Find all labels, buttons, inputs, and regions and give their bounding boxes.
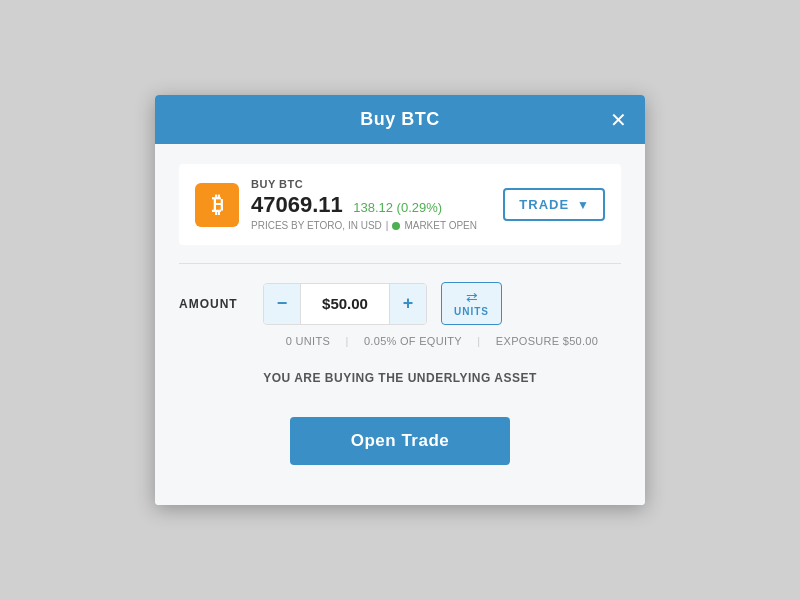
asset-source: PRICES BY ETORO, IN USD [251, 220, 382, 231]
asset-meta: PRICES BY ETORO, IN USD | MARKET OPEN [251, 220, 477, 231]
separator: | [386, 220, 389, 231]
equity-percent: 0.05% OF EQUITY [364, 335, 462, 347]
btc-icon: ₿ [195, 183, 239, 227]
amount-control: − $50.00 + [263, 283, 427, 325]
meta-sep-2: | [477, 335, 484, 347]
units-label: UNITS [454, 306, 489, 317]
modal-title: Buy BTC [360, 109, 440, 130]
swap-icon: ⇄ [466, 290, 478, 304]
modal-header: Buy BTC ✕ [155, 95, 645, 144]
asset-change: 138.12 (0.29%) [353, 200, 442, 215]
trade-dropdown-label: TRADE [519, 197, 569, 212]
asset-label: BUY BTC [251, 178, 477, 190]
asset-details: BUY BTC 47069.11 138.12 (0.29%) PRICES B… [251, 178, 477, 231]
trade-dropdown[interactable]: TRADE ▼ [503, 188, 605, 221]
close-button[interactable]: ✕ [610, 110, 627, 130]
divider [179, 263, 621, 264]
exposure-value: EXPOSURE $50.00 [496, 335, 598, 347]
meta-sep-1: | [345, 335, 352, 347]
decrease-button[interactable]: − [264, 284, 300, 324]
buy-btc-modal: Buy BTC ✕ ₿ BUY BTC 47069.11 138.12 (0.2… [155, 95, 645, 505]
chevron-down-icon: ▼ [577, 198, 589, 212]
units-toggle-button[interactable]: ⇄ UNITS [441, 282, 502, 325]
units-count: 0 UNITS [286, 335, 330, 347]
amount-value[interactable]: $50.00 [300, 284, 390, 324]
asset-price-row: 47069.11 138.12 (0.29%) [251, 192, 477, 218]
increase-button[interactable]: + [390, 284, 426, 324]
amount-label: AMOUNT [179, 297, 249, 311]
market-open-dot [392, 222, 400, 230]
asset-info: ₿ BUY BTC 47069.11 138.12 (0.29%) PRICES… [195, 178, 477, 231]
open-trade-button[interactable]: Open Trade [290, 417, 510, 465]
amount-meta: 0 UNITS | 0.05% OF EQUITY | EXPOSURE $50… [179, 335, 621, 347]
modal-body: ₿ BUY BTC 47069.11 138.12 (0.29%) PRICES… [155, 144, 645, 505]
asset-row: ₿ BUY BTC 47069.11 138.12 (0.29%) PRICES… [179, 164, 621, 245]
underlying-asset-message: YOU ARE BUYING THE UNDERLYING ASSET [179, 371, 621, 385]
amount-row: AMOUNT − $50.00 + ⇄ UNITS [179, 282, 621, 325]
market-status: MARKET OPEN [404, 220, 477, 231]
asset-price: 47069.11 [251, 192, 343, 217]
